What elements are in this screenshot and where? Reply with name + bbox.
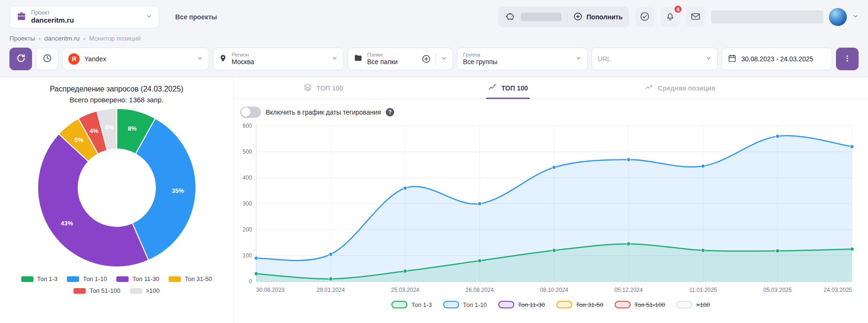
folders-label: Папки — [367, 51, 417, 58]
x-axis-label: 30.08.2023 — [256, 287, 284, 293]
x-axis-label: 05.03.2025 — [763, 287, 792, 293]
legend-swatch — [116, 276, 129, 282]
refresh-button[interactable] — [9, 48, 32, 70]
donut-legend-item[interactable]: >100 — [130, 287, 160, 294]
url-select[interactable]: URL — [592, 48, 718, 70]
data-point-marker[interactable] — [403, 186, 407, 190]
balance-group: Пополнить — [498, 7, 629, 27]
topup-label: Пополнить — [586, 13, 623, 21]
x-axis-label: 08.10.2024 — [540, 287, 568, 293]
chevron-down-icon — [706, 55, 712, 63]
tab-top100-table[interactable]: ТОП 100 — [301, 77, 345, 99]
donut-legend-item[interactable]: Топ 31-50 — [169, 275, 212, 282]
group-label: Группа — [463, 51, 571, 58]
y-axis-label: 200 — [243, 226, 252, 233]
chart-legend-item[interactable]: >100 — [676, 301, 710, 308]
topup-button[interactable]: Пополнить — [573, 12, 623, 23]
chart-legend-item[interactable]: Топ 11-30 — [498, 301, 545, 308]
tasks-button[interactable] — [635, 7, 655, 27]
divider — [436, 53, 436, 65]
folders-select[interactable]: Папки Все папки — [348, 48, 454, 70]
more-options-button[interactable] — [836, 48, 859, 70]
data-point-marker[interactable] — [478, 202, 481, 206]
filters-toolbar: Я Yandex Регион Москва Папки — [0, 47, 868, 77]
breadcrumb-current: Монитор позиций — [89, 35, 141, 42]
y-axis-label: 100 — [243, 252, 252, 259]
tagging-dates-toggle[interactable] — [240, 107, 261, 118]
chart-legend-item[interactable]: Топ 51-100 — [615, 301, 665, 308]
app-root: Проект danceritm.ru Все проекты Пополнит… — [0, 0, 868, 323]
chart-legend-item[interactable]: Топ 1-3 — [391, 301, 432, 308]
data-point-marker[interactable] — [701, 164, 705, 168]
add-folder-button[interactable] — [422, 54, 431, 64]
data-point-marker[interactable] — [329, 252, 333, 256]
data-point-marker[interactable] — [776, 134, 779, 138]
donut-chart: 8%35%43%5%4%4% — [36, 107, 198, 269]
legend-label: Топ 31-50 — [576, 301, 603, 308]
breadcrumb-projects[interactable]: Проекты — [9, 35, 35, 42]
avatar[interactable] — [829, 8, 847, 26]
project-name: danceritm.ru — [31, 16, 141, 25]
legend-label: Топ 11-30 — [132, 275, 159, 282]
x-axis-label: 24.03.2025 — [824, 287, 852, 293]
donut-legend-item[interactable]: Топ 1-10 — [67, 275, 107, 282]
data-point-marker[interactable] — [850, 145, 854, 149]
history-button[interactable] — [36, 48, 58, 70]
help-icon[interactable]: ? — [386, 108, 394, 116]
x-axis-label: 26.08.2024 — [465, 287, 494, 293]
legend-swatch — [130, 288, 142, 294]
legend-label: Топ 1-10 — [463, 301, 487, 308]
region-select[interactable]: Регион Москва — [213, 48, 344, 70]
chevron-down-icon — [146, 13, 152, 21]
donut-segment-label: 4% — [105, 124, 114, 131]
donut-segment-label: 4% — [89, 127, 98, 134]
legend-swatch — [615, 301, 631, 308]
legend-label: Топ 51-100 — [634, 301, 665, 308]
data-point-marker[interactable] — [627, 158, 631, 162]
check-circle-icon — [640, 11, 650, 23]
legend-label: Топ 1-3 — [411, 301, 432, 308]
search-engine-select[interactable]: Я Yandex — [62, 48, 209, 70]
chart-legend-item[interactable]: Топ 1-10 — [443, 301, 487, 308]
chart-legend-item[interactable]: Топ 31-50 — [556, 301, 603, 308]
y-axis-label: 600 — [243, 123, 252, 129]
date-range-button[interactable]: 30.08.2023 - 24.03.2025 — [722, 48, 832, 70]
tagging-toggle-label: Включить в график даты тегирования — [266, 108, 381, 116]
legend-swatch — [391, 301, 407, 308]
breadcrumb-project-name[interactable]: danceritm.ru — [44, 35, 80, 42]
project-selector[interactable]: Проект danceritm.ru — [9, 6, 159, 28]
legend-label: Топ 31-50 — [185, 275, 212, 282]
bell-icon — [665, 11, 675, 23]
legend-swatch — [556, 301, 572, 308]
all-projects-link[interactable]: Все проекты — [175, 13, 217, 21]
donut-legend-item[interactable]: Топ 1-3 — [21, 275, 58, 282]
donut-segment-label: 5% — [74, 136, 83, 143]
layers-icon — [303, 83, 312, 93]
donut-legend: Топ 1-3Топ 1-10Топ 11-30Топ 31-50Топ 51-… — [5, 275, 228, 294]
topbar: Проект danceritm.ru Все проекты Пополнит… — [0, 0, 868, 34]
x-axis-label: 25.03.2024 — [391, 287, 419, 293]
legend-label: >100 — [146, 287, 160, 294]
chart-panel: ТОП 100 ТОП 100 Средняя позиция В — [233, 77, 868, 323]
tab-average-position[interactable]: Средняя позиция — [643, 77, 717, 99]
x-axis-label: 05.12.2024 — [615, 287, 643, 293]
tab-label: ТОП 100 — [316, 84, 343, 92]
legend-swatch — [21, 276, 33, 282]
tab-top100-chart[interactable]: ТОП 100 — [486, 77, 529, 99]
location-pin-icon — [219, 54, 227, 64]
legend-label: Топ 1-3 — [37, 275, 58, 282]
group-select[interactable]: Группа Все группы — [457, 48, 588, 70]
data-point-marker[interactable] — [254, 257, 258, 260]
donut-legend-item[interactable]: Топ 51-100 — [73, 287, 120, 294]
folders-value: Все папки — [367, 58, 417, 66]
messages-button[interactable] — [686, 7, 706, 27]
chevron-down-icon[interactable] — [852, 13, 859, 21]
divider — [567, 11, 568, 23]
folder-icon — [354, 54, 363, 65]
donut-legend-item[interactable]: Топ 11-30 — [116, 275, 159, 282]
chevron-down-icon — [332, 55, 338, 63]
notifications-button[interactable]: 4 — [660, 7, 680, 27]
url-placeholder: URL — [598, 55, 701, 63]
data-point-marker[interactable] — [552, 166, 556, 169]
chevron-down-icon — [576, 55, 582, 63]
